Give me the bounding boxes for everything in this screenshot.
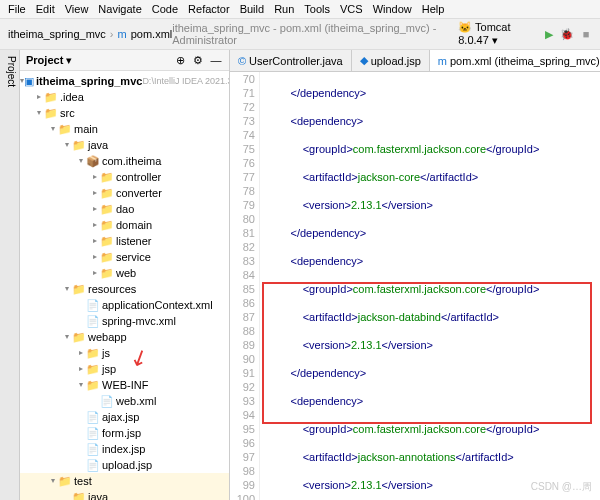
tree-node[interactable]: ▸📁dao	[20, 201, 229, 217]
tree-node[interactable]: ▸📁web	[20, 265, 229, 281]
run-config[interactable]: 🐱 Tomcat 8.0.47 ▾	[458, 21, 537, 47]
tree-node[interactable]: ▾📁webapp	[20, 329, 229, 345]
menu-build[interactable]: Build	[240, 3, 264, 15]
menu-bar: FileEditViewNavigateCodeRefactorBuildRun…	[0, 0, 600, 19]
editor-tab[interactable]: ◆upload.jsp	[352, 50, 430, 71]
tree-node[interactable]: ▸📁domain	[20, 217, 229, 233]
tree-node[interactable]: ▸📁controller	[20, 169, 229, 185]
stop-button[interactable]: ■	[580, 27, 592, 41]
panel-title: Project	[26, 54, 63, 66]
editor: ©UserController.java◆upload.jspmpom.xml …	[230, 50, 600, 500]
tree-node[interactable]: ▸📁service	[20, 249, 229, 265]
title-bar: itheima_spring_mvc › m pom.xml itheima_s…	[0, 19, 600, 50]
gutter: 7071727374757677787980818283848586878889…	[230, 72, 260, 500]
menu-vcs[interactable]: VCS	[340, 3, 363, 15]
tree-node[interactable]: ▾📁main	[20, 121, 229, 137]
menu-view[interactable]: View	[65, 3, 89, 15]
tree-node[interactable]: ▸📁js	[20, 345, 229, 361]
tree-node[interactable]: ▸📁jsp	[20, 361, 229, 377]
tree-node[interactable]: 📄web.xml	[20, 393, 229, 409]
tree-node[interactable]: ▾📁src	[20, 105, 229, 121]
project-panel: Project ▾ ⊕ ⚙ — ▾▣itheima_spring_mvc D:\…	[20, 50, 230, 500]
tree-node[interactable]: 📄index.jsp	[20, 441, 229, 457]
editor-tabs: ©UserController.java◆upload.jspmpom.xml …	[230, 50, 600, 72]
tree-node[interactable]: 📄applicationContext.xml	[20, 297, 229, 313]
collapse-icon[interactable]: ⊕	[173, 53, 187, 67]
menu-refactor[interactable]: Refactor	[188, 3, 230, 15]
code-body[interactable]: </dependency> <dependency> <groupId>com.…	[260, 72, 600, 500]
tree-node[interactable]: ▸📁converter	[20, 185, 229, 201]
tree-node[interactable]: ▾📁java	[20, 137, 229, 153]
menu-edit[interactable]: Edit	[36, 3, 55, 15]
menu-file[interactable]: File	[8, 3, 26, 15]
menu-window[interactable]: Window	[373, 3, 412, 15]
hide-icon[interactable]: —	[209, 53, 223, 67]
editor-tab[interactable]: mpom.xml (itheima_spring_mvc)	[430, 50, 600, 71]
breadcrumb-root[interactable]: itheima_spring_mvc	[8, 28, 106, 40]
settings-icon[interactable]: ⚙	[191, 53, 205, 67]
tree-node[interactable]: 📁java	[20, 489, 229, 500]
tree-node[interactable]: ▾📁WEB-INF	[20, 377, 229, 393]
tree-node[interactable]: ▾📁test	[20, 473, 229, 489]
tree-node[interactable]: 📄form.jsp	[20, 425, 229, 441]
editor-tab[interactable]: ©UserController.java	[230, 50, 352, 71]
tree-node[interactable]: 📄spring-mvc.xml	[20, 313, 229, 329]
breadcrumb-file[interactable]: pom.xml	[131, 28, 173, 40]
menu-code[interactable]: Code	[152, 3, 178, 15]
window-title: itheima_spring_mvc - pom.xml (itheima_sp…	[172, 22, 458, 46]
project-tool-tab[interactable]: Project	[0, 50, 20, 500]
menu-run[interactable]: Run	[274, 3, 294, 15]
menu-help[interactable]: Help	[422, 3, 445, 15]
tree-root[interactable]: ▾▣itheima_spring_mvc D:\IntelliJ IDEA 20…	[20, 73, 229, 89]
debug-button[interactable]: 🐞	[560, 27, 574, 41]
tree-node[interactable]: 📄ajax.jsp	[20, 409, 229, 425]
menu-navigate[interactable]: Navigate	[98, 3, 141, 15]
watermark: CSDN @…周	[531, 480, 592, 494]
tree-node[interactable]: ▸📁.idea	[20, 89, 229, 105]
menu-tools[interactable]: Tools	[304, 3, 330, 15]
tree-node[interactable]: 📄upload.jsp	[20, 457, 229, 473]
project-tree: ▾▣itheima_spring_mvc D:\IntelliJ IDEA 20…	[20, 71, 229, 500]
tree-node[interactable]: ▸📁listener	[20, 233, 229, 249]
run-button[interactable]: ▶	[543, 27, 555, 41]
tree-node[interactable]: ▾📦com.itheima	[20, 153, 229, 169]
tree-node[interactable]: ▾📁resources	[20, 281, 229, 297]
